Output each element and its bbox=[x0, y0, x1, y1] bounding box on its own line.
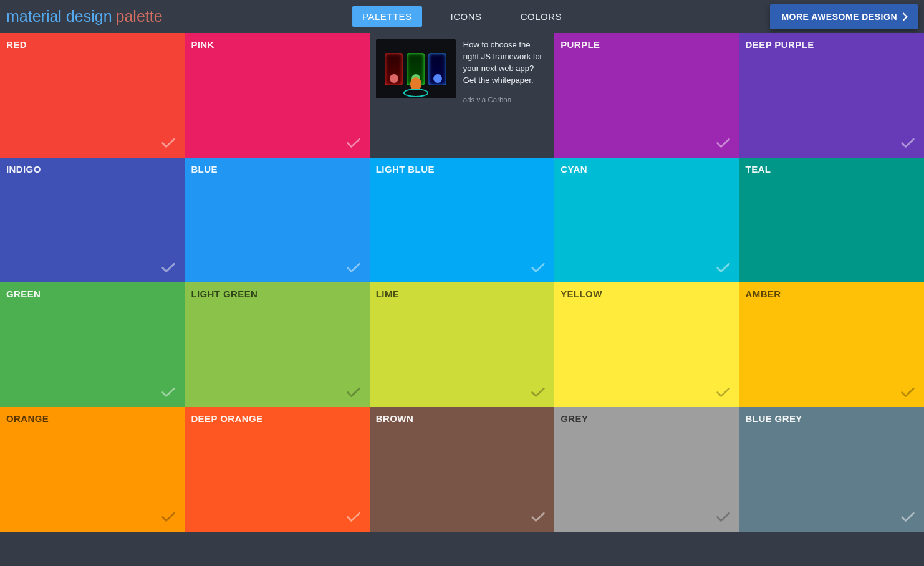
check-icon bbox=[160, 259, 177, 276]
ad-thumbnail bbox=[376, 39, 456, 98]
check-icon bbox=[715, 259, 732, 276]
swatch-label: RED bbox=[6, 39, 178, 50]
ad-attribution[interactable]: ads via Carbon bbox=[463, 95, 548, 105]
swatch-indigo[interactable]: INDIGO bbox=[0, 158, 185, 282]
check-icon bbox=[899, 383, 917, 401]
check-icon bbox=[160, 383, 177, 401]
swatch-lime[interactable]: LIME bbox=[370, 282, 554, 407]
swatch-purple[interactable]: PURPLE bbox=[554, 33, 739, 158]
swatch-label: TEAL bbox=[746, 164, 918, 175]
palette-grid: REDPINKHow to choose the right JS framew… bbox=[0, 33, 924, 532]
swatch-blue[interactable]: BLUE bbox=[185, 158, 369, 282]
check-icon bbox=[345, 134, 362, 151]
swatch-label: ORANGE bbox=[6, 413, 178, 424]
logo-text-accent: palette bbox=[116, 7, 163, 26]
carbon-ad[interactable]: How to choose the right JS framework for… bbox=[370, 33, 554, 158]
swatch-red[interactable]: RED bbox=[0, 33, 185, 158]
app-header: material design palette PALETTESICONSCOL… bbox=[0, 0, 924, 33]
tab-palettes[interactable]: PALETTES bbox=[352, 6, 422, 27]
swatch-label: BLUE bbox=[191, 164, 363, 175]
swatch-deep-purple[interactable]: DEEP PURPLE bbox=[739, 33, 924, 158]
swatch-cyan[interactable]: CYAN bbox=[554, 158, 739, 282]
ad-text-column: How to choose the right JS framework for… bbox=[463, 39, 548, 151]
check-icon bbox=[529, 508, 547, 525]
swatch-orange[interactable]: ORANGE bbox=[0, 407, 185, 532]
swatch-label: LIGHT BLUE bbox=[376, 164, 548, 175]
swatch-label: BROWN bbox=[376, 413, 548, 424]
swatch-pink[interactable]: PINK bbox=[185, 33, 369, 158]
swatch-label: GREEN bbox=[6, 289, 178, 299]
check-icon bbox=[899, 134, 917, 151]
swatch-brown[interactable]: BROWN bbox=[370, 407, 554, 532]
swatch-blue-grey[interactable]: BLUE GREY bbox=[739, 407, 924, 532]
swatch-label: CYAN bbox=[561, 164, 733, 175]
cta-label: MORE AWESOME DESIGN bbox=[781, 12, 897, 22]
swatch-label: PURPLE bbox=[561, 39, 733, 50]
swatch-label: INDIGO bbox=[6, 164, 178, 175]
check-icon bbox=[899, 508, 917, 525]
main-tabs: PALETTESICONSCOLORS bbox=[352, 6, 572, 27]
logo[interactable]: material design palette bbox=[6, 7, 163, 26]
swatch-amber[interactable]: AMBER bbox=[739, 282, 924, 407]
chevron-right-icon bbox=[902, 12, 908, 21]
swatch-light-green[interactable]: LIGHT GREEN bbox=[185, 282, 369, 407]
check-icon bbox=[715, 134, 732, 151]
check-icon bbox=[160, 134, 177, 151]
swatch-label: DEEP PURPLE bbox=[746, 39, 918, 50]
swatch-label: LIGHT GREEN bbox=[191, 289, 363, 299]
swatch-label: DEEP ORANGE bbox=[191, 413, 363, 424]
ad-copy: How to choose the right JS framework for… bbox=[463, 39, 548, 86]
swatch-label: LIME bbox=[376, 289, 548, 299]
swatch-grey[interactable]: GREY bbox=[554, 407, 739, 532]
swatch-label: YELLOW bbox=[561, 289, 733, 299]
check-icon bbox=[715, 508, 732, 525]
check-icon bbox=[715, 383, 732, 401]
more-awesome-design-button[interactable]: MORE AWESOME DESIGN bbox=[770, 4, 918, 29]
tab-colors[interactable]: COLORS bbox=[511, 6, 572, 27]
swatch-teal[interactable]: TEAL bbox=[739, 158, 924, 282]
swatch-light-blue[interactable]: LIGHT BLUE bbox=[370, 158, 554, 282]
check-icon bbox=[160, 508, 177, 525]
tab-icons[interactable]: ICONS bbox=[441, 6, 492, 27]
swatch-label: BLUE GREY bbox=[746, 413, 918, 424]
check-icon bbox=[529, 259, 547, 276]
swatch-yellow[interactable]: YELLOW bbox=[554, 282, 739, 407]
swatch-label: PINK bbox=[191, 39, 363, 50]
swatch-label: GREY bbox=[561, 413, 733, 424]
swatch-label: AMBER bbox=[746, 289, 918, 299]
check-icon bbox=[345, 383, 362, 401]
check-icon bbox=[345, 259, 362, 276]
swatch-green[interactable]: GREEN bbox=[0, 282, 185, 407]
logo-text-primary: material design bbox=[6, 7, 112, 26]
check-icon bbox=[529, 383, 547, 401]
swatch-deep-orange[interactable]: DEEP ORANGE bbox=[185, 407, 369, 532]
check-icon bbox=[345, 508, 362, 525]
